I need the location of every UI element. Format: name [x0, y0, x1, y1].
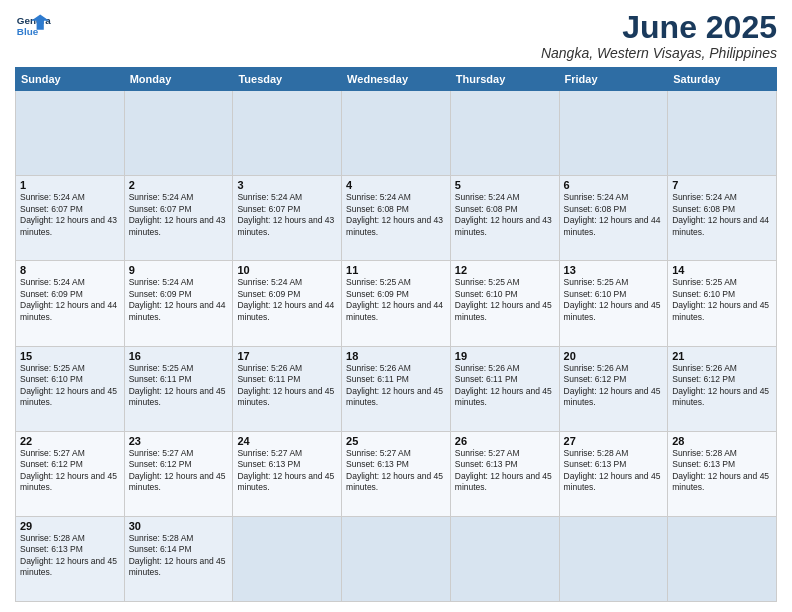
day-content: Sunrise: 5:26 AMSunset: 6:11 PMDaylight:…: [346, 363, 446, 409]
day-number: 19: [455, 350, 555, 362]
week-row-4: 22Sunrise: 5:27 AMSunset: 6:12 PMDayligh…: [16, 431, 777, 516]
title-block: June 2025 Nangka, Western Visayas, Phili…: [541, 10, 777, 61]
day-number: 30: [129, 520, 229, 532]
calendar-cell: 22Sunrise: 5:27 AMSunset: 6:12 PMDayligh…: [16, 431, 125, 516]
day-number: 9: [129, 264, 229, 276]
calendar-cell: 1Sunrise: 5:24 AMSunset: 6:07 PMDaylight…: [16, 176, 125, 261]
calendar-cell: 9Sunrise: 5:24 AMSunset: 6:09 PMDaylight…: [124, 261, 233, 346]
calendar-cell: 19Sunrise: 5:26 AMSunset: 6:11 PMDayligh…: [450, 346, 559, 431]
day-content: Sunrise: 5:26 AMSunset: 6:11 PMDaylight:…: [455, 363, 555, 409]
day-content: Sunrise: 5:25 AMSunset: 6:11 PMDaylight:…: [129, 363, 229, 409]
day-header-friday: Friday: [559, 68, 668, 91]
day-content: Sunrise: 5:25 AMSunset: 6:10 PMDaylight:…: [672, 277, 772, 323]
calendar-cell: [16, 91, 125, 176]
day-header-tuesday: Tuesday: [233, 68, 342, 91]
day-content: Sunrise: 5:24 AMSunset: 6:09 PMDaylight:…: [20, 277, 120, 323]
day-header-monday: Monday: [124, 68, 233, 91]
day-content: Sunrise: 5:24 AMSunset: 6:08 PMDaylight:…: [564, 192, 664, 238]
day-content: Sunrise: 5:24 AMSunset: 6:08 PMDaylight:…: [346, 192, 446, 238]
calendar-cell: [668, 91, 777, 176]
calendar-cell: 24Sunrise: 5:27 AMSunset: 6:13 PMDayligh…: [233, 431, 342, 516]
day-number: 25: [346, 435, 446, 447]
location-title: Nangka, Western Visayas, Philippines: [541, 45, 777, 61]
calendar-cell: [233, 91, 342, 176]
day-number: 1: [20, 179, 120, 191]
day-content: Sunrise: 5:24 AMSunset: 6:07 PMDaylight:…: [237, 192, 337, 238]
calendar-cell: [668, 516, 777, 601]
calendar-cell: 7Sunrise: 5:24 AMSunset: 6:08 PMDaylight…: [668, 176, 777, 261]
calendar-cell: [342, 91, 451, 176]
day-number: 26: [455, 435, 555, 447]
day-content: Sunrise: 5:24 AMSunset: 6:09 PMDaylight:…: [237, 277, 337, 323]
calendar-cell: 25Sunrise: 5:27 AMSunset: 6:13 PMDayligh…: [342, 431, 451, 516]
day-number: 3: [237, 179, 337, 191]
calendar-cell: 16Sunrise: 5:25 AMSunset: 6:11 PMDayligh…: [124, 346, 233, 431]
day-number: 10: [237, 264, 337, 276]
day-number: 29: [20, 520, 120, 532]
day-number: 15: [20, 350, 120, 362]
page: General Blue June 2025 Nangka, Western V…: [0, 0, 792, 612]
calendar-cell: [124, 91, 233, 176]
day-content: Sunrise: 5:27 AMSunset: 6:13 PMDaylight:…: [237, 448, 337, 494]
calendar-cell: 11Sunrise: 5:25 AMSunset: 6:09 PMDayligh…: [342, 261, 451, 346]
day-number: 24: [237, 435, 337, 447]
day-number: 20: [564, 350, 664, 362]
day-header-thursday: Thursday: [450, 68, 559, 91]
svg-text:General: General: [17, 15, 51, 26]
svg-text:Blue: Blue: [17, 26, 39, 37]
week-row-2: 8Sunrise: 5:24 AMSunset: 6:09 PMDaylight…: [16, 261, 777, 346]
calendar-table: SundayMondayTuesdayWednesdayThursdayFrid…: [15, 67, 777, 602]
logo-icon: General Blue: [15, 10, 51, 46]
calendar-cell: 3Sunrise: 5:24 AMSunset: 6:07 PMDaylight…: [233, 176, 342, 261]
day-content: Sunrise: 5:24 AMSunset: 6:09 PMDaylight:…: [129, 277, 229, 323]
day-content: Sunrise: 5:28 AMSunset: 6:14 PMDaylight:…: [129, 533, 229, 579]
day-number: 8: [20, 264, 120, 276]
day-number: 14: [672, 264, 772, 276]
day-number: 11: [346, 264, 446, 276]
day-number: 27: [564, 435, 664, 447]
calendar-cell: 17Sunrise: 5:26 AMSunset: 6:11 PMDayligh…: [233, 346, 342, 431]
week-row-5: 29Sunrise: 5:28 AMSunset: 6:13 PMDayligh…: [16, 516, 777, 601]
calendar-cell: 21Sunrise: 5:26 AMSunset: 6:12 PMDayligh…: [668, 346, 777, 431]
day-header-saturday: Saturday: [668, 68, 777, 91]
calendar-cell: 4Sunrise: 5:24 AMSunset: 6:08 PMDaylight…: [342, 176, 451, 261]
calendar-cell: 8Sunrise: 5:24 AMSunset: 6:09 PMDaylight…: [16, 261, 125, 346]
calendar-cell: 27Sunrise: 5:28 AMSunset: 6:13 PMDayligh…: [559, 431, 668, 516]
calendar-cell: 13Sunrise: 5:25 AMSunset: 6:10 PMDayligh…: [559, 261, 668, 346]
calendar-cell: [559, 91, 668, 176]
day-content: Sunrise: 5:27 AMSunset: 6:12 PMDaylight:…: [129, 448, 229, 494]
calendar-cell: 18Sunrise: 5:26 AMSunset: 6:11 PMDayligh…: [342, 346, 451, 431]
calendar-cell: [342, 516, 451, 601]
calendar-cell: 12Sunrise: 5:25 AMSunset: 6:10 PMDayligh…: [450, 261, 559, 346]
calendar-cell: 5Sunrise: 5:24 AMSunset: 6:08 PMDaylight…: [450, 176, 559, 261]
calendar-cell: 20Sunrise: 5:26 AMSunset: 6:12 PMDayligh…: [559, 346, 668, 431]
day-number: 6: [564, 179, 664, 191]
calendar-cell: [450, 91, 559, 176]
day-content: Sunrise: 5:27 AMSunset: 6:13 PMDaylight:…: [346, 448, 446, 494]
calendar-cell: 14Sunrise: 5:25 AMSunset: 6:10 PMDayligh…: [668, 261, 777, 346]
day-number: 7: [672, 179, 772, 191]
day-number: 2: [129, 179, 229, 191]
day-content: Sunrise: 5:26 AMSunset: 6:12 PMDaylight:…: [672, 363, 772, 409]
calendar-cell: [559, 516, 668, 601]
day-number: 4: [346, 179, 446, 191]
day-number: 5: [455, 179, 555, 191]
calendar-cell: 28Sunrise: 5:28 AMSunset: 6:13 PMDayligh…: [668, 431, 777, 516]
logo: General Blue: [15, 10, 51, 46]
day-content: Sunrise: 5:25 AMSunset: 6:10 PMDaylight:…: [20, 363, 120, 409]
day-number: 17: [237, 350, 337, 362]
day-number: 13: [564, 264, 664, 276]
week-row-1: 1Sunrise: 5:24 AMSunset: 6:07 PMDaylight…: [16, 176, 777, 261]
day-number: 28: [672, 435, 772, 447]
header: General Blue June 2025 Nangka, Western V…: [15, 10, 777, 61]
day-content: Sunrise: 5:24 AMSunset: 6:07 PMDaylight:…: [20, 192, 120, 238]
day-header-wednesday: Wednesday: [342, 68, 451, 91]
day-content: Sunrise: 5:26 AMSunset: 6:11 PMDaylight:…: [237, 363, 337, 409]
day-content: Sunrise: 5:28 AMSunset: 6:13 PMDaylight:…: [20, 533, 120, 579]
day-content: Sunrise: 5:28 AMSunset: 6:13 PMDaylight:…: [672, 448, 772, 494]
calendar-cell: [450, 516, 559, 601]
calendar-cell: 15Sunrise: 5:25 AMSunset: 6:10 PMDayligh…: [16, 346, 125, 431]
day-content: Sunrise: 5:25 AMSunset: 6:09 PMDaylight:…: [346, 277, 446, 323]
month-title: June 2025: [541, 10, 777, 45]
day-number: 12: [455, 264, 555, 276]
